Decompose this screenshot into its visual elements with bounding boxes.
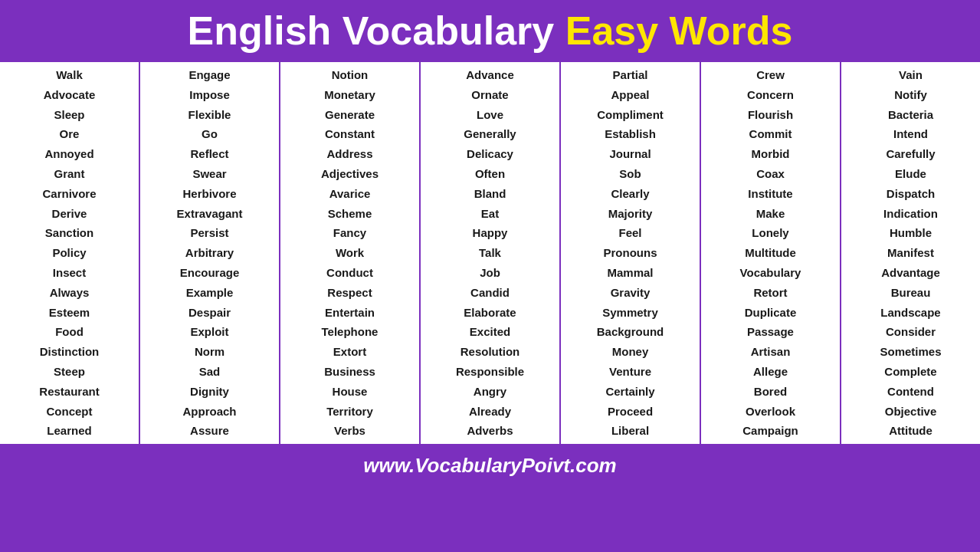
list-item: Esteem <box>49 303 90 323</box>
list-item: Carefully <box>886 144 935 164</box>
list-item: Constant <box>325 124 375 144</box>
list-item: Adjectives <box>321 164 379 184</box>
list-item: Example <box>186 283 234 303</box>
header: English Vocabulary Easy Words <box>0 0 980 60</box>
list-item: Assure <box>190 421 229 441</box>
list-item: Food <box>55 322 84 342</box>
list-item: Attitude <box>889 421 932 441</box>
list-item: Excited <box>470 322 510 342</box>
list-item: Often <box>475 164 505 184</box>
list-item: Crew <box>756 65 785 85</box>
list-item: Contend <box>887 382 934 402</box>
list-item: Grant <box>54 164 84 184</box>
column-6: CrewConcernFlourishCommitMorbidCoaxInsti… <box>701 62 841 444</box>
list-item: Work <box>336 243 364 263</box>
list-item: Complete <box>884 362 936 382</box>
list-item: Swear <box>192 164 226 184</box>
list-item: Verbs <box>334 421 365 441</box>
list-item: Intend <box>893 124 928 144</box>
header-yellow-text: Easy Words <box>565 8 793 53</box>
list-item: Flexible <box>188 105 231 125</box>
list-item: Angry <box>474 382 506 402</box>
list-item: Distinction <box>40 342 100 362</box>
list-item: Background <box>597 322 664 342</box>
column-7: VainNotifyBacteriaIntendCarefullyEludeDi… <box>841 62 980 444</box>
list-item: Elude <box>895 164 926 184</box>
list-item: Artisan <box>751 342 791 362</box>
list-item: Bacteria <box>888 105 933 125</box>
list-item: Multitude <box>745 243 796 263</box>
list-item: Arbitrary <box>185 243 234 263</box>
list-item: Bureau <box>891 283 931 303</box>
list-item: Morbid <box>752 144 790 164</box>
list-item: Carnivore <box>42 184 96 204</box>
list-item: Dignity <box>190 382 229 402</box>
list-item: Manifest <box>887 243 934 263</box>
list-item: Restaurant <box>39 382 99 402</box>
list-item: Learned <box>47 421 91 441</box>
list-item: Bland <box>474 184 506 204</box>
list-item: Ornate <box>471 85 508 105</box>
list-item: Extort <box>333 342 366 362</box>
list-item: Vocabulary <box>740 263 801 283</box>
list-item: Venture <box>609 362 651 382</box>
list-item: Certainly <box>605 382 654 402</box>
list-item: House <box>333 382 368 402</box>
column-3: NotionMonetaryGenerateConstantAddressAdj… <box>280 62 421 444</box>
list-item: Derive <box>52 204 87 224</box>
list-item: Concept <box>47 402 93 422</box>
list-item: Avarice <box>329 184 371 204</box>
list-item: Institute <box>748 184 792 204</box>
list-item: Pronouns <box>604 243 657 263</box>
list-item: Flourish <box>748 105 793 125</box>
list-item: Impose <box>189 85 230 105</box>
list-item: Delicacy <box>467 144 513 164</box>
column-4: AdvanceOrnateLoveGenerallyDelicacyOftenB… <box>421 62 561 444</box>
list-item: Candid <box>470 283 510 303</box>
list-item: Extravagant <box>177 204 243 224</box>
list-item: Establish <box>605 124 656 144</box>
list-item: Mammal <box>607 263 653 283</box>
list-item: Journal <box>609 144 651 164</box>
list-item: Commit <box>749 124 792 144</box>
list-item: Always <box>50 283 90 303</box>
list-item: Objective <box>885 402 937 422</box>
list-item: Monetary <box>324 85 375 105</box>
list-item: Sob <box>619 164 641 184</box>
list-item: Advocate <box>44 85 96 105</box>
list-item: Lonely <box>752 223 788 243</box>
list-item: Already <box>469 402 511 422</box>
list-item: Vain <box>899 65 923 85</box>
list-item: Exploit <box>190 322 228 342</box>
list-item: Majority <box>608 204 653 224</box>
footer: www.VocabularyPoivt.com <box>0 446 980 484</box>
list-item: Respect <box>327 283 372 303</box>
list-item: Entertain <box>325 303 375 323</box>
list-item: Notify <box>894 85 927 105</box>
list-item: Engage <box>188 65 230 85</box>
list-item: Insect <box>53 263 86 283</box>
list-item: Sometimes <box>880 342 941 362</box>
list-item: Resolution <box>461 342 520 362</box>
list-item: Symmetry <box>602 303 658 323</box>
list-item: Money <box>612 342 649 362</box>
list-item: Proceed <box>608 402 653 422</box>
list-item: Norm <box>195 342 225 362</box>
list-item: Steep <box>54 362 85 382</box>
list-item: Sleep <box>54 105 84 125</box>
list-item: Scheme <box>328 204 372 224</box>
list-item: Bored <box>754 382 787 402</box>
list-item: Adverbs <box>467 421 513 441</box>
list-item: Sad <box>199 362 221 382</box>
list-item: Compliment <box>597 105 664 125</box>
list-item: Liberal <box>611 421 649 441</box>
list-item: Telephone <box>322 322 379 342</box>
list-item: Conduct <box>326 263 373 283</box>
list-item: Allege <box>753 362 788 382</box>
list-item: Territory <box>326 402 373 422</box>
list-item: Advantage <box>881 263 940 283</box>
list-item: Love <box>477 105 503 125</box>
list-item: Coax <box>756 164 785 184</box>
list-item: Advance <box>466 65 514 85</box>
list-item: Herbivore <box>182 184 236 204</box>
